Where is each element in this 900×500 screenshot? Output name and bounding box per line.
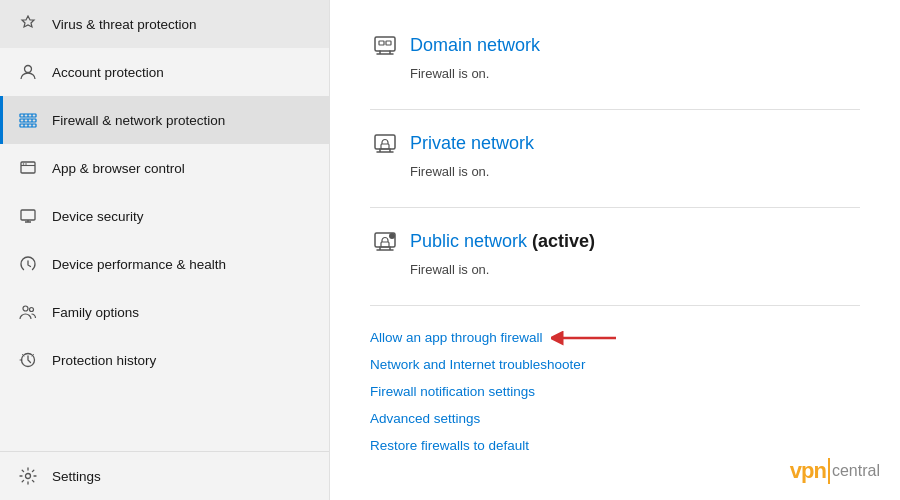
sidebar-item-appbrowser[interactable]: App & browser control	[0, 144, 329, 192]
sidebar-item-history[interactable]: Protection history	[0, 336, 329, 384]
svg-rect-17	[21, 210, 35, 220]
vpn-separator	[828, 458, 830, 484]
allow-app-container: Allow an app through firewall	[370, 324, 860, 351]
public-network-icon	[370, 226, 400, 256]
svg-point-20	[23, 306, 28, 311]
account-label: Account protection	[52, 65, 164, 80]
public-network-header: Public network (active)	[370, 226, 860, 256]
domain-network-status: Firewall is on.	[410, 66, 860, 81]
notification-link[interactable]: Firewall notification settings	[370, 378, 860, 405]
device-icon	[16, 204, 40, 228]
svg-rect-26	[386, 41, 391, 45]
private-network-header: Private network	[370, 128, 860, 158]
red-arrow-icon	[551, 326, 621, 350]
sidebar-item-perf[interactable]: Device performance & health	[0, 240, 329, 288]
private-network-status: Firewall is on.	[410, 164, 860, 179]
settings-label: Settings	[52, 469, 101, 484]
history-label: Protection history	[52, 353, 156, 368]
advanced-link[interactable]: Advanced settings	[370, 405, 860, 432]
svg-point-0	[25, 66, 32, 73]
settings-icon	[16, 464, 40, 488]
perf-label: Device performance & health	[52, 257, 226, 272]
svg-rect-25	[379, 41, 384, 45]
family-label: Family options	[52, 305, 139, 320]
svg-rect-24	[375, 37, 395, 51]
domain-network-title[interactable]: Domain network	[410, 35, 540, 56]
troubleshooter-link[interactable]: Network and Internet troubleshooter	[370, 351, 860, 378]
appbrowser-label: App & browser control	[52, 161, 185, 176]
allow-app-link[interactable]: Allow an app through firewall	[370, 324, 543, 351]
firewall-label: Firewall & network protection	[52, 113, 225, 128]
links-section: Allow an app through firewall Network an…	[370, 324, 860, 459]
public-network-status: Firewall is on.	[410, 262, 860, 277]
domain-network-icon	[370, 30, 400, 60]
sidebar-item-account[interactable]: Account protection	[0, 48, 329, 96]
central-text: central	[832, 462, 880, 480]
perf-icon	[16, 252, 40, 276]
svg-point-16	[25, 163, 27, 165]
svg-point-31	[389, 233, 395, 239]
history-icon	[16, 348, 40, 372]
svg-point-23	[26, 474, 31, 479]
private-network-icon	[370, 128, 400, 158]
public-network-section: Public network (active) Firewall is on.	[370, 226, 860, 277]
appbrowser-icon	[16, 156, 40, 180]
public-network-title[interactable]: Public network (active)	[410, 231, 595, 252]
family-icon	[16, 300, 40, 324]
virus-icon	[16, 12, 40, 36]
sidebar-item-virus[interactable]: Virus & threat protection	[0, 0, 329, 48]
sidebar-item-firewall[interactable]: Firewall & network protection	[0, 96, 329, 144]
svg-rect-27	[375, 135, 395, 149]
sidebar: Virus & threat protection Account protec…	[0, 0, 330, 500]
domain-network-section: Domain network Firewall is on.	[370, 30, 860, 81]
svg-point-15	[23, 163, 25, 165]
account-icon	[16, 60, 40, 84]
vpn-branding: vpn central	[790, 458, 880, 484]
firewall-icon	[16, 108, 40, 132]
private-network-section: Private network Firewall is on.	[370, 128, 860, 179]
sidebar-item-settings[interactable]: Settings	[0, 451, 329, 500]
sidebar-item-family[interactable]: Family options	[0, 288, 329, 336]
svg-point-21	[30, 308, 34, 312]
sidebar-item-device[interactable]: Device security	[0, 192, 329, 240]
private-network-title[interactable]: Private network	[410, 133, 534, 154]
restore-link[interactable]: Restore firewalls to default	[370, 432, 860, 459]
domain-network-header: Domain network	[370, 30, 860, 60]
vpn-text: vpn	[790, 458, 826, 484]
device-label: Device security	[52, 209, 144, 224]
main-panel: Domain network Firewall is on. Private n…	[330, 0, 900, 500]
virus-label: Virus & threat protection	[52, 17, 197, 32]
